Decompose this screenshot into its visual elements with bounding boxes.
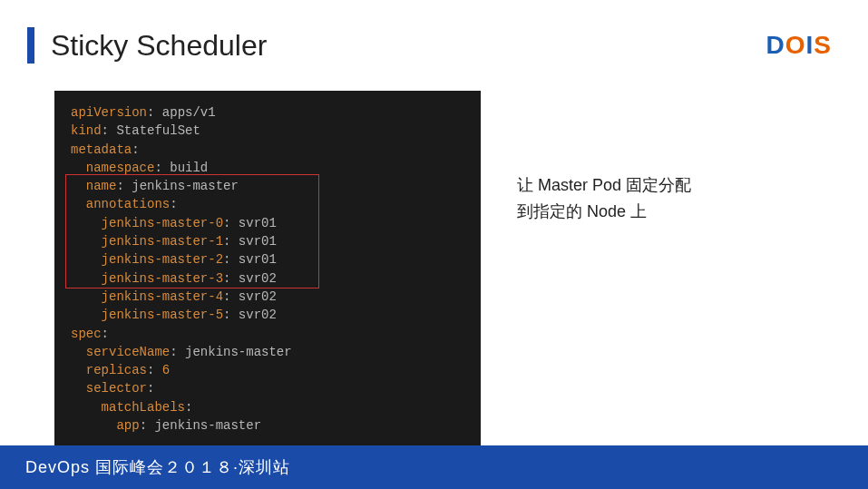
code-line: metadata: [71,141,464,159]
code-line: jenkins-master-0: svr01 [71,214,464,232]
code-line: jenkins-master-3: svr02 [71,269,464,288]
logo-letter-s: S [814,31,832,59]
dois-logo: DOIS [766,31,832,60]
code-line: apiVersion: apps/v1 [71,103,464,122]
code-line: serviceName: jenkins-master [71,343,464,361]
logo-letter-i: I [806,31,814,59]
title-wrap: Sticky Scheduler [27,27,267,64]
code-line: app: jenkins-master [71,416,464,435]
code-line: name: jenkins-master [71,177,464,195]
code-line: spec: [71,325,464,343]
yaml-code-block: apiVersion: apps/v1kind: StatefulSetmeta… [54,91,481,447]
code-line: kind: StatefulSet [71,122,464,140]
code-line: replicas: 6 [71,361,464,379]
code-line: jenkins-master-2: svr01 [71,250,464,269]
code-line: jenkins-master-5: svr02 [71,306,464,324]
footer-text: DevOps 国际峰会２０１８·深圳站 [25,458,290,476]
code-line: matchLabels: [71,398,464,416]
code-line: namespace: build [71,159,464,177]
slide-title: Sticky Scheduler [51,29,267,63]
logo-letter-d: D [766,31,785,59]
code-line: selector: [71,379,464,397]
code-lines-container: apiVersion: apps/v1kind: StatefulSetmeta… [71,103,464,435]
slide-header: Sticky Scheduler DOIS [0,0,868,73]
code-line: jenkins-master-4: svr02 [71,288,464,306]
title-accent-bar [27,27,34,64]
code-line: jenkins-master-1: svr01 [71,232,464,250]
desc-line1: 让 Master Pod 固定分配 [517,172,771,199]
slide-footer: DevOps 国际峰会２０１８·深圳站 [0,445,868,489]
desc-line2: 到指定的 Node 上 [517,199,771,225]
logo-letter-o: O [785,31,806,59]
slide-content: apiVersion: apps/v1kind: StatefulSetmeta… [0,73,868,465]
description-text: 让 Master Pod 固定分配 到指定的 Node 上 [517,172,771,225]
code-line: annotations: [71,195,464,213]
